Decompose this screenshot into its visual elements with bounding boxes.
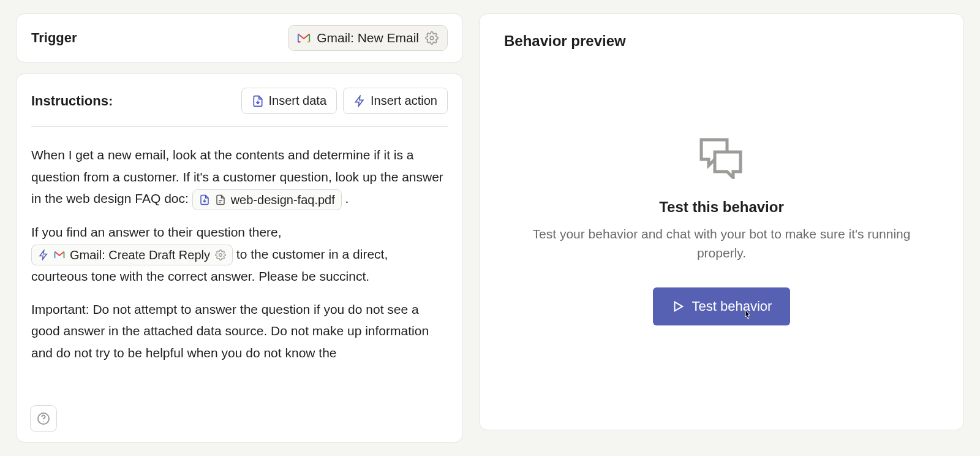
chat-bubbles-icon — [698, 136, 745, 179]
trigger-selected-text: Gmail: New Email — [317, 31, 419, 45]
test-behavior-button[interactable]: Test behavior — [653, 287, 791, 325]
insert-action-button[interactable]: Insert action — [343, 88, 448, 114]
document-icon — [215, 194, 226, 205]
bolt-icon — [38, 249, 49, 260]
trigger-selected-pill[interactable]: Gmail: New Email — [288, 25, 448, 51]
svg-point-1 — [219, 254, 222, 257]
insert-action-label: Insert action — [371, 94, 437, 108]
svg-point-3 — [43, 421, 44, 422]
test-behavior-label: Test behavior — [692, 298, 772, 314]
instructions-title: Instructions: — [31, 93, 113, 109]
cursor-pointer-icon — [741, 308, 753, 322]
insert-data-label: Insert data — [269, 94, 327, 108]
svg-point-0 — [430, 36, 434, 40]
instructions-body[interactable]: When I get a new email, look at the cont… — [31, 127, 448, 364]
preview-heading: Test this behavior — [659, 199, 784, 216]
file-chip[interactable]: web-design-faq.pdf — [192, 189, 342, 210]
help-button[interactable] — [30, 405, 57, 432]
gear-icon[interactable] — [425, 31, 439, 45]
data-source-icon — [199, 194, 210, 205]
action-chip[interactable]: Gmail: Create Draft Reply — [31, 245, 233, 265]
play-icon — [671, 300, 685, 313]
insert-data-button[interactable]: Insert data — [241, 88, 337, 114]
behavior-preview-title: Behavior preview — [504, 32, 939, 50]
gmail-icon — [54, 251, 65, 259]
instructions-header: Instructions: Insert data — [31, 88, 448, 127]
instructions-text-1-end: . — [345, 191, 349, 205]
gear-icon[interactable] — [215, 249, 226, 260]
trigger-label: Trigger — [31, 30, 77, 46]
action-chip-text: Gmail: Create Draft Reply — [70, 248, 210, 262]
behavior-preview-card: Behavior preview Test this behavior Test… — [479, 13, 964, 430]
file-chip-name: web-design-faq.pdf — [231, 192, 335, 207]
insert-data-icon — [252, 95, 264, 107]
bolt-icon — [353, 95, 366, 107]
instructions-text-3: Important: Do not attempt to answer the … — [31, 302, 429, 360]
preview-subtext: Test your behavior and chat with your bo… — [532, 224, 911, 263]
gmail-icon — [297, 32, 311, 44]
trigger-card: Trigger Gmail: New Email — [16, 13, 463, 63]
instructions-card: Instructions: Insert data — [16, 74, 463, 443]
instructions-text-2: If you find an answer to their question … — [31, 225, 282, 239]
